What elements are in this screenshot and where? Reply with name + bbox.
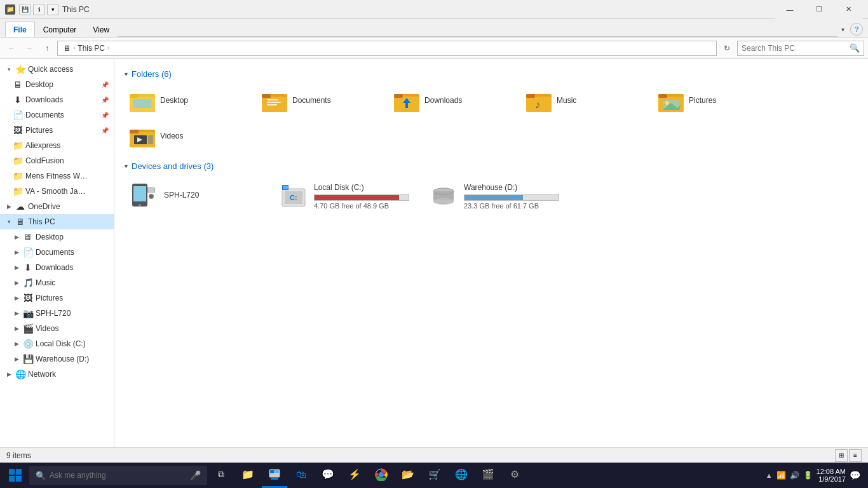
help-button[interactable]: ?	[850, 23, 863, 36]
sidebar-pc-pictures[interactable]: ▶ 🖼 Pictures	[0, 290, 114, 306]
pin-icon2: 📌	[101, 97, 109, 104]
more-btn[interactable]: ▾	[47, 4, 58, 15]
sidebar-onedrive[interactable]: ▶ ☁ OneDrive	[0, 199, 114, 214]
taskbar-apps: ⧉ 📁 🛍 💬 ⚡ 📂 🛒	[208, 463, 527, 488]
sidebar-pc-local-disk[interactable]: ▶ 💿 Local Disk (C:)	[0, 336, 114, 351]
folder-desktop[interactable]: Desktop	[125, 85, 252, 116]
task-view-btn[interactable]: ⧉	[208, 463, 234, 488]
svg-rect-7	[262, 94, 271, 98]
sidebar-item-aliexpress[interactable]: 📁 Aliexpress	[0, 138, 114, 153]
taskbar-app-arduino[interactable]: ⚡	[342, 463, 367, 488]
pc-docs-toggle: ▶	[13, 248, 20, 256]
sidebar-this-pc[interactable]: ▾ 🖥 This PC	[0, 214, 114, 229]
taskbar-app-files[interactable]: 📁	[235, 463, 261, 488]
folders-section-header[interactable]: ▾ Folders (6)	[125, 69, 858, 79]
sidebar-network[interactable]: ▶ 🌐 Network	[0, 367, 114, 382]
taskbar-app-chrome[interactable]	[369, 463, 394, 488]
taskbar-app-edge[interactable]: 🌐	[449, 463, 474, 488]
folder-videos-label: Videos	[160, 132, 183, 140]
ribbon-expand-btn[interactable]: ▾	[837, 24, 848, 34]
minimize-button[interactable]: —	[775, 0, 804, 19]
properties-btn[interactable]: ℹ	[33, 4, 44, 15]
quick-access-icon: ⭐	[15, 64, 25, 74]
folder-music[interactable]: ♪ Music	[521, 85, 648, 116]
devices-section-label: Devices and drives (3)	[132, 161, 214, 171]
taskbar-app-settings[interactable]: ⚙	[502, 463, 527, 488]
tab-file[interactable]: File	[5, 22, 35, 37]
folder-downloads[interactable]: Downloads	[389, 85, 516, 116]
content-area: ▾ Folders (6) Desktop	[114, 59, 868, 447]
taskbar-app-store[interactable]: 🛍	[288, 463, 314, 488]
start-button[interactable]	[3, 463, 28, 488]
sidebar-this-pc-label: This PC	[28, 217, 55, 226]
refresh-button[interactable]: ↻	[719, 41, 735, 56]
svg-rect-51	[270, 470, 275, 473]
tray-up-arrow[interactable]: ▲	[766, 471, 773, 479]
search-input[interactable]	[742, 44, 847, 53]
svg-rect-17	[526, 94, 535, 98]
pc-vid-label: Videos	[36, 324, 58, 333]
up-button[interactable]: ↑	[39, 41, 55, 56]
tab-computer[interactable]: Computer	[35, 22, 85, 37]
folder-videos[interactable]: Videos	[125, 121, 252, 151]
taskbar-search-input[interactable]	[50, 471, 186, 480]
svg-rect-52	[275, 470, 279, 473]
sidebar-item-coldfusion[interactable]: 📁 ColdFusion	[0, 153, 114, 168]
item-count: 9 items	[6, 451, 31, 460]
local-disk-bar	[315, 195, 399, 200]
devices-section-header[interactable]: ▾ Devices and drives (3)	[125, 161, 858, 171]
folder-music-label: Music	[557, 96, 576, 105]
device-warehouse[interactable]: Warehouse (D:) 23.3 GB free of 61.7 GB	[424, 177, 564, 215]
sidebar-item-documents[interactable]: 📄 Documents 📌	[0, 107, 114, 123]
microphone-icon[interactable]: 🎤	[190, 470, 201, 480]
address-path[interactable]: 🖥 › This PC ›	[57, 41, 717, 56]
quick-save-btn[interactable]: 💾	[19, 4, 31, 15]
sidebar: ▾ ⭐ Quick access 🖥 Desktop 📌 ⬇ Downloads…	[0, 59, 114, 447]
grid-view-btn[interactable]: ⊞	[835, 449, 848, 462]
tray-battery-icon: 🔋	[803, 471, 813, 480]
tab-view[interactable]: View	[85, 22, 118, 37]
svg-point-23	[665, 101, 669, 105]
taskbar-app-skype[interactable]: 💬	[315, 463, 341, 488]
folder-desktop-label: Desktop	[160, 96, 188, 105]
sidebar-pc-documents[interactable]: ▶ 📄 Documents	[0, 245, 114, 260]
sidebar-pc-downloads[interactable]: ▶ ⬇ Downloads	[0, 260, 114, 275]
svg-rect-43	[283, 186, 288, 189]
folder-downloads-icon	[394, 89, 419, 112]
list-view-btn[interactable]: ≡	[849, 449, 862, 462]
close-button[interactable]: ✕	[834, 0, 863, 19]
taskbar-clock[interactable]: 12:08 AM 1/9/2017	[817, 468, 846, 483]
windows-logo	[9, 469, 22, 482]
local-disk-device-icon: C:	[280, 182, 308, 210]
taskbar-search-bar[interactable]: 🔍 🎤	[29, 466, 207, 485]
forward-button[interactable]: →	[22, 41, 37, 56]
sidebar-item-downloads[interactable]: ⬇ Downloads 📌	[0, 92, 114, 107]
folder-pictures[interactable]: Pictures	[653, 85, 780, 116]
back-button[interactable]: ←	[4, 41, 19, 56]
sidebar-pc-videos[interactable]: ▶ 🎬 Videos	[0, 321, 114, 336]
taskbar-app-shop[interactable]: 🛒	[422, 463, 447, 488]
sidebar-pc-warehouse[interactable]: ▶ 💾 Warehouse (D:)	[0, 351, 114, 367]
phone-icon: 📷	[23, 308, 33, 318]
device-local-disk[interactable]: C: Local Disk (C:) 4.70 GB free of 48.9 …	[275, 177, 414, 215]
sidebar-pc-sph[interactable]: ▶ 📷 SPH-L720	[0, 306, 114, 321]
maximize-button[interactable]: ☐	[804, 0, 834, 19]
taskbar-app-explorer[interactable]	[262, 463, 287, 488]
sidebar-item-desktop[interactable]: 🖥 Desktop 📌	[0, 77, 114, 92]
sidebar-pc-music[interactable]: ▶ 🎵 Music	[0, 275, 114, 290]
path-icon: 🖥	[63, 44, 71, 53]
sidebar-pc-desktop[interactable]: ▶ 🖥 Desktop	[0, 229, 114, 245]
this-pc-toggle: ▾	[5, 218, 13, 226]
folder-documents[interactable]: Documents	[257, 85, 384, 116]
sidebar-network-label: Network	[28, 370, 56, 379]
taskbar-app-media[interactable]: 🎬	[475, 463, 501, 488]
sidebar-item-mens-fitness[interactable]: 📁 Mens Fitness Workout I	[0, 168, 114, 184]
sph-device-icon	[130, 182, 158, 210]
notification-icon[interactable]: 💬	[850, 470, 860, 480]
sidebar-quick-access[interactable]: ▾ ⭐ Quick access	[0, 62, 114, 77]
sidebar-item-va-smooth[interactable]: 📁 VA - Smooth Jazz Chill	[0, 184, 114, 199]
pc-d-toggle: ▶	[13, 355, 20, 363]
device-sph-l720[interactable]: SPH-L720	[125, 177, 264, 215]
sidebar-item-pictures[interactable]: 🖼 Pictures 📌	[0, 123, 114, 138]
taskbar-app-files2[interactable]: 📂	[395, 463, 421, 488]
